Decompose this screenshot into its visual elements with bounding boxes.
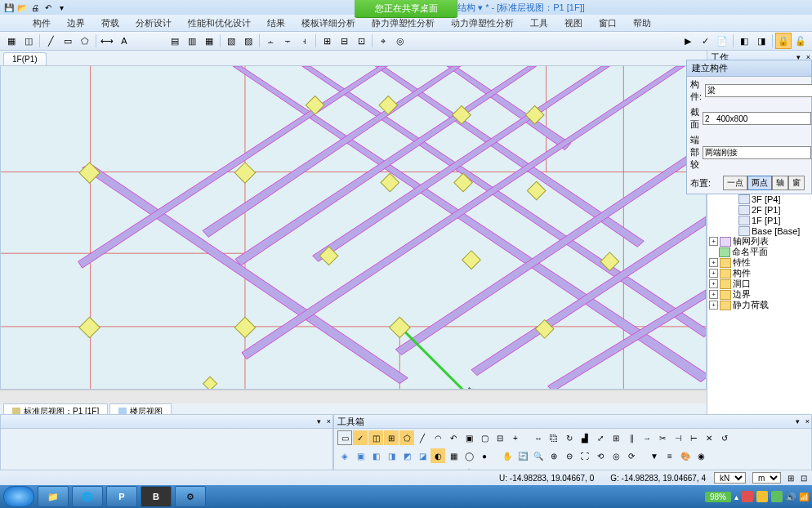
tb-grid2-icon[interactable]: ⊟ xyxy=(336,33,352,49)
tb-dim-icon[interactable]: ⟷ xyxy=(99,33,115,49)
canvas-tab-1f[interactable]: 1F(P1) xyxy=(3,52,47,65)
tb-grid3-icon[interactable]: ⊡ xyxy=(353,33,369,49)
dropdown-icon[interactable]: ▾ xyxy=(56,2,67,13)
tx-scale-icon[interactable]: ⤢ xyxy=(593,430,608,445)
tx-copy-icon[interactable]: ⿻ xyxy=(547,430,561,445)
tb-view1-icon[interactable]: ▤ xyxy=(167,33,183,49)
tb-rect-icon[interactable]: ▭ xyxy=(60,33,76,49)
horizontal-scrollbar[interactable] xyxy=(0,390,707,403)
tx-zin-icon[interactable]: ⊕ xyxy=(547,448,561,463)
section-combo[interactable] xyxy=(703,112,811,125)
layout-one-point-button[interactable]: 一点 xyxy=(723,176,747,190)
tx-top-icon[interactable]: ▣ xyxy=(353,448,368,463)
tx-del-icon[interactable]: ✕ xyxy=(702,430,716,445)
tb-snap2-icon[interactable]: ◎ xyxy=(392,33,408,49)
tx-trim-icon[interactable]: ✂ xyxy=(655,430,670,445)
tx-all-icon[interactable]: ▣ xyxy=(462,430,476,445)
undo-icon[interactable]: ↶ xyxy=(42,2,54,13)
task-ppt[interactable]: P xyxy=(106,486,137,507)
tb-node-icon[interactable]: ◫ xyxy=(20,33,37,49)
tx-line-icon[interactable]: ╱ xyxy=(415,430,430,445)
close-icon[interactable]: × xyxy=(805,417,810,426)
tx-shade-icon[interactable]: ◐ xyxy=(431,448,445,463)
tx-cross-icon[interactable]: ⊞ xyxy=(384,430,399,445)
tray-chevron-icon[interactable]: ▴ xyxy=(734,492,738,501)
layout-two-point-button[interactable]: 两点 xyxy=(747,176,772,190)
task-app-b[interactable]: B xyxy=(141,486,172,507)
tree-floor-1f[interactable]: 1F [P1] xyxy=(707,215,812,225)
task-chrome[interactable]: 🌐 xyxy=(72,486,103,507)
tx-zout-icon[interactable]: ⊖ xyxy=(562,448,577,463)
grid-toggle-icon[interactable]: ⊡ xyxy=(801,474,807,483)
tx-color-icon[interactable]: 🎨 xyxy=(678,448,693,463)
member-type-combo[interactable] xyxy=(705,84,812,97)
tx-mirror-icon[interactable]: ▟ xyxy=(578,430,592,445)
tray-volume-icon[interactable]: 🔊 xyxy=(786,492,796,501)
tx-prev-icon[interactable]: ↶ xyxy=(446,430,461,445)
tb-grid-icon[interactable]: ▦ xyxy=(3,33,20,49)
unit-force-combo[interactable]: kN xyxy=(714,472,746,483)
tx-undo2-icon[interactable]: ↺ xyxy=(717,430,732,445)
tb-align-c-icon[interactable]: ⫟ xyxy=(279,33,296,49)
end-release-combo[interactable] xyxy=(703,146,811,159)
tx-side-icon[interactable]: ◨ xyxy=(384,448,399,463)
tb-cube-icon[interactable]: ◧ xyxy=(736,33,752,49)
tx-pan-icon[interactable]: ✋ xyxy=(500,448,515,463)
tx-array-icon[interactable]: ⊞ xyxy=(609,430,623,445)
pin-icon[interactable]: ▾ xyxy=(796,417,800,426)
tb-calc-icon[interactable]: ▶ xyxy=(680,33,696,49)
menu-analysis[interactable]: 分析设计 xyxy=(129,16,178,31)
tx-back-icon[interactable]: ◩ xyxy=(399,448,414,463)
open-icon[interactable]: 📂 xyxy=(16,2,28,13)
tx-zwin-icon[interactable]: 🔍 xyxy=(531,448,546,463)
tree-floor-2f[interactable]: 2F [P1] xyxy=(707,204,812,215)
pin-icon[interactable]: ▾ xyxy=(317,417,321,426)
tx-move-icon[interactable]: ↔ xyxy=(531,430,546,445)
menu-tools[interactable]: 工具 xyxy=(524,16,555,31)
tx-break-icon[interactable]: ⊣ xyxy=(671,430,685,445)
tx-arc-icon[interactable]: ◠ xyxy=(431,430,445,445)
tx-pick-icon[interactable]: ✓ xyxy=(353,430,368,445)
tray-ok-icon[interactable] xyxy=(771,491,783,502)
menu-load[interactable]: 荷载 xyxy=(95,16,126,31)
tx-zprev-icon[interactable]: ⟲ xyxy=(593,448,608,463)
tree-floor-3f[interactable]: 3F [P4] xyxy=(707,194,812,204)
unit-length-combo[interactable]: m xyxy=(752,472,781,483)
menu-slab[interactable]: 楼板详细分析 xyxy=(295,16,362,31)
zoom-badge[interactable]: 98% xyxy=(705,492,731,502)
tray-shield-icon[interactable] xyxy=(742,491,753,502)
tb-view3-icon[interactable]: ▦ xyxy=(201,33,217,49)
menu-result[interactable]: 结果 xyxy=(261,16,292,31)
tx-offset-icon[interactable]: ∥ xyxy=(624,430,639,445)
tx-persp-icon[interactable]: ◪ xyxy=(415,448,430,463)
task-explorer[interactable]: 📁 xyxy=(38,486,69,507)
snap-toggle-icon[interactable]: ⊞ xyxy=(787,474,794,483)
tx-hide-icon[interactable]: ◯ xyxy=(462,448,476,463)
tx-filter-icon[interactable]: ▼ xyxy=(647,448,662,463)
tb-hide-icon[interactable]: ▨ xyxy=(240,33,257,49)
tb-lock-icon[interactable]: 🔒 xyxy=(775,33,792,49)
tb-align-r-icon[interactable]: ⫞ xyxy=(297,33,313,49)
tb-grid1-icon[interactable]: ⊞ xyxy=(319,33,335,49)
tb-line-icon[interactable]: ╱ xyxy=(42,33,59,49)
tb-snap1-icon[interactable]: ⌖ xyxy=(375,33,391,49)
tree-openings[interactable]: +洞口 xyxy=(707,279,812,289)
tb-layer-icon[interactable]: ▧ xyxy=(223,33,239,49)
tree-static-load[interactable]: +静力荷载 xyxy=(707,300,812,310)
tb-poly-icon[interactable]: ⬠ xyxy=(77,33,93,49)
tb-report-icon[interactable]: 📄 xyxy=(714,33,730,49)
menu-member[interactable]: 构件 xyxy=(26,16,57,31)
menu-view[interactable]: 视图 xyxy=(558,16,589,31)
menu-help[interactable]: 帮助 xyxy=(627,16,658,31)
tx-redraw-icon[interactable]: ⟳ xyxy=(624,448,639,463)
task-app-s[interactable]: ⚙ xyxy=(175,486,206,507)
tray-network-icon[interactable]: 📶 xyxy=(799,492,809,501)
tx-join-icon[interactable]: ⊢ xyxy=(686,430,701,445)
tx-inv-icon[interactable]: ⊟ xyxy=(493,430,507,445)
tx-add-icon[interactable]: + xyxy=(508,430,523,445)
tb-3d-icon[interactable]: ◨ xyxy=(753,33,770,49)
layout-axis-button[interactable]: 轴 xyxy=(772,176,788,190)
tree-properties[interactable]: +特性 xyxy=(707,257,812,268)
layout-window-button[interactable]: 窗 xyxy=(788,176,805,190)
tb-check-icon[interactable]: ✓ xyxy=(697,33,713,49)
